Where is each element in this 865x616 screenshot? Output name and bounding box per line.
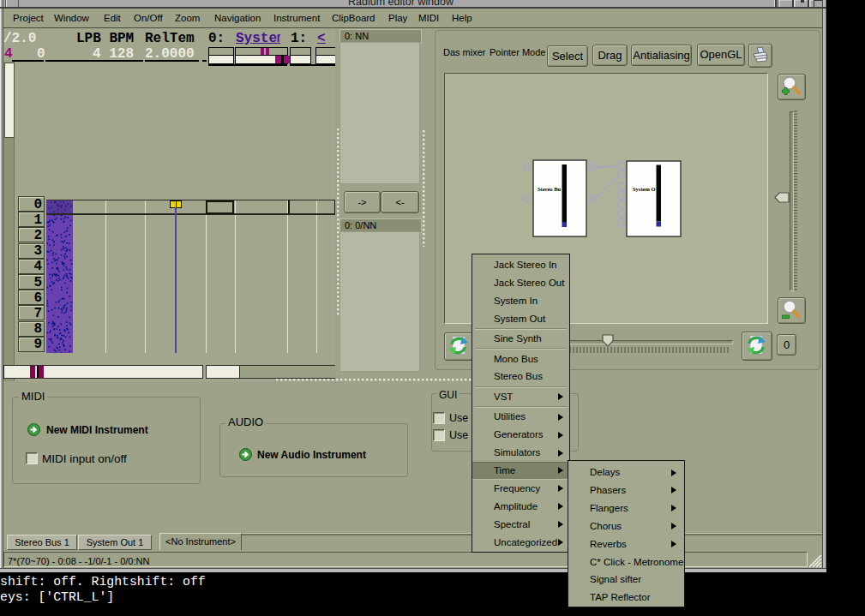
svg-text:System O: System O	[633, 186, 656, 192]
svg-text:Stereo Bu: Stereo Bu	[538, 186, 562, 192]
